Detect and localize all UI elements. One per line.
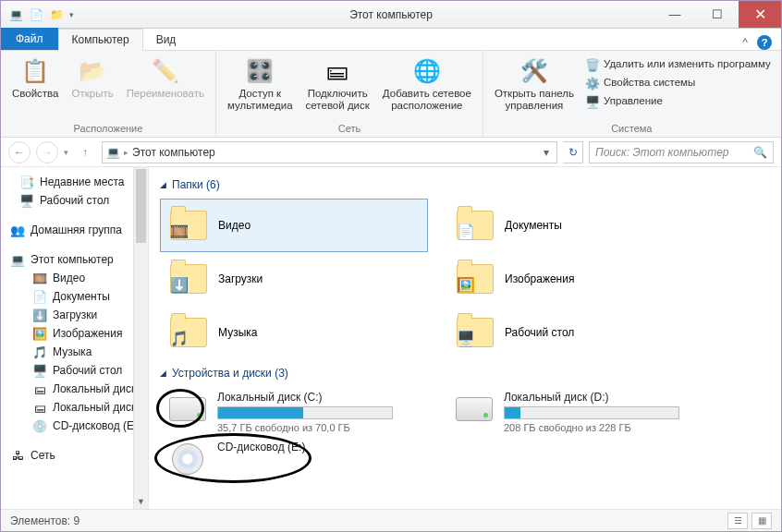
tab-computer[interactable]: Компьютер: [58, 29, 143, 51]
search-input[interactable]: Поиск: Этот компьютер 🔍: [589, 141, 774, 163]
refresh-button[interactable]: ↻: [563, 141, 583, 163]
address-bar[interactable]: 💻 ▸ Этот компьютер ▾: [102, 141, 557, 163]
ribbon-collapse-icon[interactable]: ^: [742, 36, 748, 49]
add-network-location-button[interactable]: 🌐Добавить сетевое расположение: [379, 54, 475, 114]
scroll-thumb[interactable]: [136, 169, 146, 243]
ribbon: 📋Свойства 📂Открыть ✏️Переименовать Распо…: [1, 51, 781, 138]
group-location-label: Расположение: [74, 121, 143, 137]
tab-view[interactable]: Вид: [143, 30, 189, 50]
sidebar-item-video[interactable]: 🎞️Видео: [1, 269, 148, 287]
folder-video[interactable]: 🎞️Видео: [160, 199, 428, 252]
main-content: ◢Папки (6) 🎞️Видео 📄Документы ⬇️Загрузки…: [149, 167, 781, 509]
group-network-label: Сеть: [338, 121, 360, 137]
sidebar-item-recent[interactable]: 📑Недавние места: [1, 173, 148, 191]
drive-d[interactable]: Локальный диск (D:) 208 ГБ свободно из 2…: [446, 387, 715, 437]
computer-icon: 💻: [106, 146, 120, 159]
ribbon-tabs: Файл Компьютер Вид ^ ?: [1, 29, 781, 51]
sidebar-item-thispc[interactable]: 💻Этот компьютер: [1, 250, 148, 269]
search-icon[interactable]: 🔍: [753, 146, 767, 159]
sidebar-item-cd[interactable]: 💿CD-дисковод (E:: [1, 417, 148, 435]
titlebar: 💻 📄 📁 ▾ Этот компьютер — ☐ ✕: [1, 1, 781, 29]
uninstall-button[interactable]: 🗑️Удалить или изменить программу: [583, 56, 773, 73]
status-item-count: Элементов: 9: [10, 514, 79, 527]
folder-downloads[interactable]: ⬇️Загрузки: [160, 252, 428, 306]
sidebar-item-downloads[interactable]: ⬇️Загрузки: [1, 306, 148, 324]
section-folders-header[interactable]: ◢Папки (6): [160, 178, 770, 191]
view-details-button[interactable]: ☰: [727, 513, 748, 529]
back-button[interactable]: ←: [8, 141, 31, 163]
open-button[interactable]: 📂Открыть: [68, 54, 117, 102]
sidebar-item-desktop2[interactable]: 🖥️Рабочий стол: [1, 361, 148, 380]
address-dropdown-icon[interactable]: ▾: [540, 146, 553, 159]
sidebar-scrollbar[interactable]: ▲ ▼: [133, 167, 148, 509]
qat-properties-icon[interactable]: 📄: [29, 7, 43, 22]
sidebar: 📑Недавние места 🖥️Рабочий стол 👥Домашняя…: [1, 167, 149, 509]
section-devices-header[interactable]: ◢Устройства и диски (3): [160, 367, 770, 380]
up-button[interactable]: ↑: [74, 141, 96, 163]
maximize-button[interactable]: ☐: [696, 1, 739, 28]
view-tiles-button[interactable]: ▦: [751, 513, 772, 529]
folder-pictures[interactable]: 🖼️Изображения: [446, 252, 715, 306]
control-panel-button[interactable]: 🛠️Открыть панель управления: [491, 54, 578, 114]
history-dropdown-icon[interactable]: ▾: [64, 148, 68, 157]
tab-file[interactable]: Файл: [1, 28, 58, 50]
manage-button[interactable]: 🖥️Управление: [583, 93, 773, 110]
sidebar-item-localc[interactable]: 🖴Локальный диск: [1, 380, 148, 398]
sidebar-item-documents[interactable]: 📄Документы: [1, 287, 148, 306]
map-network-drive-button[interactable]: 🖴Подключить сетевой диск: [302, 54, 373, 114]
qat-newfolder-icon[interactable]: 📁: [49, 7, 64, 22]
status-bar: Элементов: 9 ☰ ▦: [1, 509, 781, 531]
qat-dropdown-icon[interactable]: ▾: [69, 10, 74, 19]
sidebar-item-locald[interactable]: 🖴Локальный диск: [1, 398, 148, 417]
sidebar-item-desktop[interactable]: 🖥️Рабочий стол: [1, 191, 148, 210]
media-access-button[interactable]: 🎛️Доступ к мультимедиа: [224, 54, 297, 114]
minimize-button[interactable]: —: [654, 1, 696, 28]
help-icon[interactable]: ?: [757, 35, 772, 50]
sidebar-item-pictures[interactable]: 🖼️Изображения: [1, 324, 148, 343]
group-system-label: Система: [611, 121, 652, 137]
rename-button[interactable]: ✏️Переименовать: [123, 54, 208, 102]
properties-button[interactable]: 📋Свойства: [8, 54, 63, 102]
navbar: ← → ▾ ↑ 💻 ▸ Этот компьютер ▾ ↻ Поиск: Эт…: [1, 138, 781, 167]
forward-button[interactable]: →: [36, 141, 58, 163]
breadcrumb-segment[interactable]: Этот компьютер: [132, 146, 215, 159]
sidebar-item-network[interactable]: 🖧Сеть: [1, 446, 148, 465]
drive-c[interactable]: Локальный диск (C:) 35,7 ГБ свободно из …: [160, 387, 428, 437]
drive-e[interactable]: CD-дисковод (E:): [160, 437, 428, 481]
close-button[interactable]: ✕: [739, 1, 781, 28]
folder-music[interactable]: 🎵Музыка: [160, 306, 428, 359]
app-icon: 💻: [8, 7, 23, 22]
folder-documents[interactable]: 📄Документы: [446, 199, 715, 252]
folder-desktop[interactable]: 🖥️Рабочий стол: [446, 306, 715, 359]
sidebar-item-homegroup[interactable]: 👥Домашняя группа: [1, 221, 148, 239]
search-placeholder: Поиск: Этот компьютер: [595, 146, 729, 159]
scroll-down-icon[interactable]: ▼: [134, 494, 148, 509]
system-properties-button[interactable]: ⚙️Свойства системы: [583, 75, 773, 91]
sidebar-item-music[interactable]: 🎵Музыка: [1, 343, 148, 361]
